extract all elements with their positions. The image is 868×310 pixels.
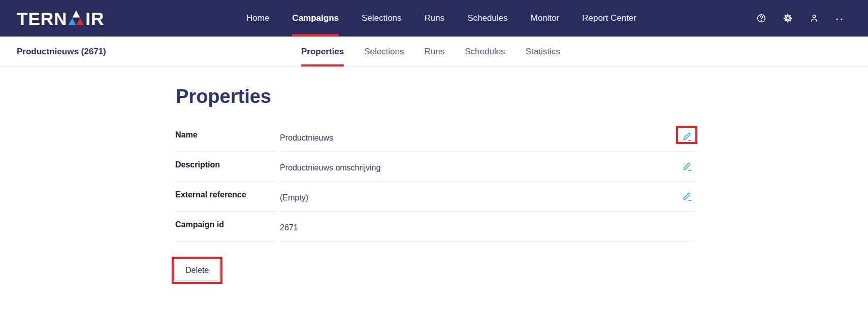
tab-runs[interactable]: Runs: [425, 37, 445, 66]
user-icon[interactable]: [809, 13, 819, 23]
edit-icon[interactable]: [683, 161, 693, 171]
row-value: Productnieuws omschrijving: [280, 163, 380, 173]
nav-item-monitor[interactable]: Monitor: [531, 0, 560, 37]
topbar-icons: [756, 0, 868, 37]
logo-text-prefix: TERN: [17, 10, 67, 27]
table-row-external-reference: External reference(Empty): [175, 182, 694, 212]
edit-icon[interactable]: [683, 131, 693, 142]
row-value: Productnieuws: [280, 133, 333, 143]
nav-item-home[interactable]: Home: [246, 0, 269, 37]
nav-item-report-center[interactable]: Report Center: [582, 0, 636, 37]
table-row-description: DescriptionProductnieuws omschrijving: [175, 152, 694, 182]
more-icon[interactable]: [835, 13, 844, 23]
campaign-tabs: PropertiesSelectionsRunsSchedulesStatist…: [301, 37, 560, 66]
row-label: Name: [175, 122, 276, 152]
nav-item-selections[interactable]: Selections: [362, 0, 401, 37]
campaign-subbar: Productnieuws (2671) PropertiesSelection…: [0, 37, 868, 67]
nav-item-schedules[interactable]: Schedules: [467, 0, 507, 37]
row-label: External reference: [175, 182, 276, 212]
nav-item-campaigns[interactable]: Campaigns: [292, 0, 339, 37]
tab-statistics[interactable]: Statistics: [526, 37, 560, 66]
tab-selections[interactable]: Selections: [364, 37, 404, 66]
row-label: Description: [175, 152, 276, 182]
tab-properties[interactable]: Properties: [301, 37, 344, 66]
tab-schedules[interactable]: Schedules: [465, 37, 505, 66]
row-value: 2671: [280, 223, 298, 232]
row-label: Campaign id: [175, 212, 276, 242]
properties-table: NameProductnieuwsDescriptionProductnieuw…: [175, 122, 694, 242]
delete-button[interactable]: Delete: [174, 260, 220, 281]
delete-annotation-box: Delete: [174, 260, 220, 281]
help-icon[interactable]: [756, 13, 766, 23]
logo-text-suffix: IR: [85, 10, 104, 27]
nav-item-runs[interactable]: Runs: [424, 0, 444, 37]
ternair-triangle-icon: [68, 11, 84, 25]
edit-icon[interactable]: [683, 191, 693, 201]
settings-icon[interactable]: [783, 13, 793, 23]
ternair-logo[interactable]: TERN IR: [17, 10, 104, 27]
table-row-campaign-id: Campaign id2671: [175, 212, 694, 242]
top-navbar: TERN IR HomeCampaignsSelectionsRunsSched…: [0, 0, 868, 37]
row-value: (Empty): [280, 193, 308, 202]
table-row-name: NameProductnieuws: [175, 122, 694, 152]
main-content: Properties NameProductnieuwsDescriptionP…: [0, 86, 868, 281]
main-nav: HomeCampaignsSelectionsRunsSchedulesMoni…: [246, 0, 636, 37]
breadcrumb[interactable]: Productnieuws (2671): [17, 37, 106, 66]
page-title: Properties: [176, 86, 868, 108]
